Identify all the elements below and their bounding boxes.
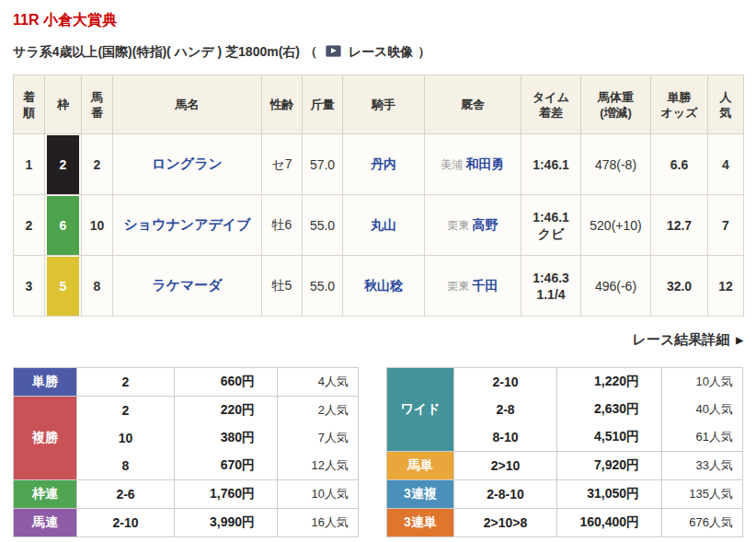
payout-type-label: 馬連 <box>14 509 76 536</box>
horse-name-cell: ロングラン <box>113 134 262 195</box>
jockey-link[interactable]: 秋山稔 <box>364 278 403 293</box>
sex-age: 牡5 <box>262 256 303 317</box>
header-horse-name: 馬名 <box>113 75 262 134</box>
frame-number: 6 <box>47 196 79 255</box>
payout-group-exacta: 馬単 2>10 7,920円 33人気 <box>387 451 742 479</box>
trainer-link[interactable]: 高野 <box>473 217 498 232</box>
horse-name-link[interactable]: ショウナンアデイブ <box>123 216 250 232</box>
payout-line: 8-10 4,510円 61人気 <box>453 423 742 451</box>
payout-amount: 220円 <box>174 397 277 424</box>
payout-line: 2>10>8 160,400円 676人気 <box>453 509 742 536</box>
race-conditions-text: サラ系4歳以上(国際)(特指)( ハンデ ) 芝1800m(右) <box>13 44 300 59</box>
payout-group-trio: 3連複 2-8-10 31,050円 135人気 <box>387 479 742 508</box>
frame-number: 2 <box>47 135 79 194</box>
popularity: 4 <box>708 134 744 195</box>
payout-group-bracket-quinella: 枠連 2-6 1,760円 10人気 <box>14 479 358 508</box>
win-odds: 32.0 <box>651 256 708 317</box>
payout-combination: 2 <box>76 397 174 424</box>
payout-amount: 1,220円 <box>556 368 661 396</box>
horse-name-link[interactable]: ロングラン <box>152 156 223 171</box>
payout-combination: 2-6 <box>76 480 174 508</box>
race-result-detail-label: レース結果詳細 <box>633 331 730 347</box>
payout-amount: 31,050円 <box>556 480 661 508</box>
stable-region: 栗東 <box>448 219 470 232</box>
payout-line: 2 660円 4人気 <box>76 368 358 396</box>
payout-popularity: 676人気 <box>661 509 742 536</box>
payout-table-right: ワイド 2-10 1,220円 10人気 2-8 2,630円 40人気 8-1… <box>386 367 743 537</box>
horse-number: 8 <box>82 256 113 317</box>
video-play-icon <box>326 45 341 57</box>
race-result-page: 11R 小倉大賞典 サラ系4歳以上(国際)(特指)( ハンデ ) 芝1800m(… <box>0 0 756 542</box>
race-video-link[interactable]: レース映像 <box>322 44 417 59</box>
page-title: 11R 小倉大賞典 <box>13 11 743 30</box>
horse-number: 2 <box>82 134 113 195</box>
finish-position: 2 <box>14 195 45 256</box>
popularity: 12 <box>708 256 744 317</box>
horse-weight: 478(-8) <box>581 134 651 195</box>
header-jockey: 騎手 <box>343 75 425 134</box>
detail-link-row: レース結果詳細▶ <box>13 331 743 349</box>
payout-combination: 2 <box>76 368 174 396</box>
stable-cell: 美浦和田勇 <box>425 134 521 195</box>
jockey-cell: 秋山稔 <box>343 256 425 317</box>
payout-combination: 2>10>8 <box>453 509 556 536</box>
payout-line: 2 220円 2人気 <box>76 397 358 424</box>
payout-line: 2-10 1,220円 10人気 <box>453 368 742 396</box>
weight-carried: 57.0 <box>303 134 343 195</box>
paren-open: （ <box>304 44 317 59</box>
table-row: 3 5 8 ラケマーダ 牡5 55.0 秋山稔 栗東千田 1:46.3 <box>14 256 744 317</box>
payout-combination: 8 <box>76 452 174 479</box>
jockey-cell: 丹内 <box>343 134 425 195</box>
payout-group-quinella: 馬連 2-10 3,990円 16人気 <box>14 508 358 536</box>
payout-group-trifecta: 3連単 2>10>8 160,400円 676人気 <box>387 508 742 536</box>
payout-group-wide: ワイド 2-10 1,220円 10人気 2-8 2,630円 40人気 8-1… <box>387 368 742 451</box>
payout-combination: 2>10 <box>453 452 556 479</box>
payout-combination: 2-10 <box>453 368 556 396</box>
weight-carried: 55.0 <box>303 195 343 256</box>
win-odds: 12.7 <box>651 195 708 256</box>
payout-popularity: 135人気 <box>661 480 742 508</box>
header-frame: 枠 <box>45 75 82 134</box>
trainer-link[interactable]: 千田 <box>473 278 498 293</box>
race-result-detail-link[interactable]: レース結果詳細▶ <box>633 331 743 347</box>
payout-combination: 2-10 <box>76 509 174 536</box>
payout-line: 2-6 1,760円 10人気 <box>76 480 358 508</box>
payout-popularity: 61人気 <box>661 423 742 451</box>
payout-combination: 10 <box>76 424 174 452</box>
horse-weight: 520(+10) <box>581 195 651 256</box>
finish-position: 3 <box>14 256 45 317</box>
time-margin-cell: 1:46.1 <box>521 134 581 195</box>
payout-combination: 2-8-10 <box>453 480 556 508</box>
arrow-right-icon: ▶ <box>736 335 743 345</box>
trainer-link[interactable]: 和田勇 <box>466 156 505 171</box>
horse-name-link[interactable]: ラケマーダ <box>152 277 222 293</box>
frame-cell: 2 <box>45 134 82 195</box>
jockey-link[interactable]: 丹内 <box>371 156 396 171</box>
win-odds: 6.6 <box>651 134 708 195</box>
payout-amount: 660円 <box>174 368 277 396</box>
time-margin-cell: 1:46.1 クビ <box>521 195 581 256</box>
payout-amount: 160,400円 <box>556 509 661 536</box>
header-sex-age: 性齢 <box>262 75 303 134</box>
results-header-row: 着 順 枠 馬 番 馬名 性齢 斤量 騎手 厩舎 タイム 着差 馬体重 (増減)… <box>14 75 744 134</box>
payout-line: 2>10 7,920円 33人気 <box>453 452 742 479</box>
payout-line: 8 670円 12人気 <box>76 452 358 479</box>
payout-popularity: 10人気 <box>277 480 358 508</box>
payout-amount: 7,920円 <box>556 452 661 479</box>
payout-amount: 380円 <box>174 424 277 452</box>
payout-amount: 670円 <box>174 452 277 479</box>
finish-time: 1:46.1 <box>523 209 578 225</box>
payout-amount: 3,990円 <box>174 509 277 536</box>
sex-age: 牡6 <box>262 195 303 256</box>
header-time-margin: タイム 着差 <box>521 75 581 134</box>
header-win-odds: 単勝 オッズ <box>651 75 708 134</box>
payout-line: 2-10 3,990円 16人気 <box>76 509 358 536</box>
payout-section: 単勝 2 660円 4人気 複勝 2 220円 2人気 <box>13 367 743 537</box>
payout-table-left: 単勝 2 660円 4人気 複勝 2 220円 2人気 <box>13 367 359 537</box>
stable-cell: 栗東千田 <box>425 256 521 317</box>
jockey-link[interactable]: 丸山 <box>371 217 396 232</box>
payout-popularity: 33人気 <box>661 452 742 479</box>
margin: 1.1/4 <box>523 286 578 303</box>
payout-type-label: 馬単 <box>387 452 453 479</box>
paren-close: ） <box>418 44 430 59</box>
